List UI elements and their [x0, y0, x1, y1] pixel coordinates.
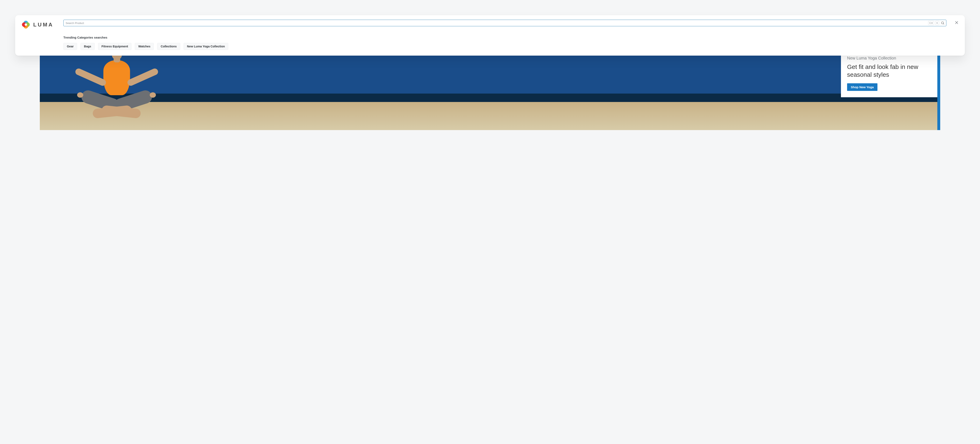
trending-chip[interactable]: Collections [157, 43, 180, 50]
hero-eyebrow: New Luma Yoga Collection [847, 56, 931, 60]
shop-new-yoga-button[interactable]: Shop New Yoga [847, 83, 877, 91]
search-field-wrapper[interactable]: Crtl K [64, 20, 947, 26]
trending-chip[interactable]: Bags [80, 43, 95, 50]
trending-chip-row: Gear Bags Fitness Equipment Watches Coll… [64, 43, 947, 50]
shortcut-key: K [935, 21, 939, 25]
trending-chip[interactable]: New Luma Yoga Collection [184, 43, 229, 50]
close-icon[interactable] [955, 21, 959, 25]
shortcut-mod-key: Crtl [928, 21, 934, 25]
brand-name: LUMA [33, 22, 54, 28]
hero-card: New Luma Yoga Collection Get fit and loo… [841, 54, 937, 97]
hero-background [40, 54, 940, 130]
hero-person-illustration [67, 54, 165, 130]
hero-headline: Get fit and look fab in new seasonal sty… [847, 63, 931, 78]
svg-point-4 [25, 23, 27, 26]
brand-logo-icon [21, 20, 30, 29]
hero-accent-strip [937, 54, 940, 130]
trending-chip[interactable]: Gear [64, 43, 77, 50]
search-icon[interactable] [940, 21, 945, 25]
trending-heading: Trending Categories searches [64, 36, 947, 39]
hero-banner: New Luma Yoga Collection Get fit and loo… [40, 54, 940, 130]
brand-logo[interactable]: LUMA [21, 20, 54, 29]
trending-chip[interactable]: Watches [135, 43, 154, 50]
svg-point-5 [942, 22, 944, 24]
search-overlay-panel: LUMA Crtl K Trending Categories searches… [15, 15, 965, 56]
search-input[interactable] [66, 22, 927, 25]
trending-chip[interactable]: Fitness Equipment [98, 43, 132, 50]
svg-line-6 [943, 24, 944, 24]
